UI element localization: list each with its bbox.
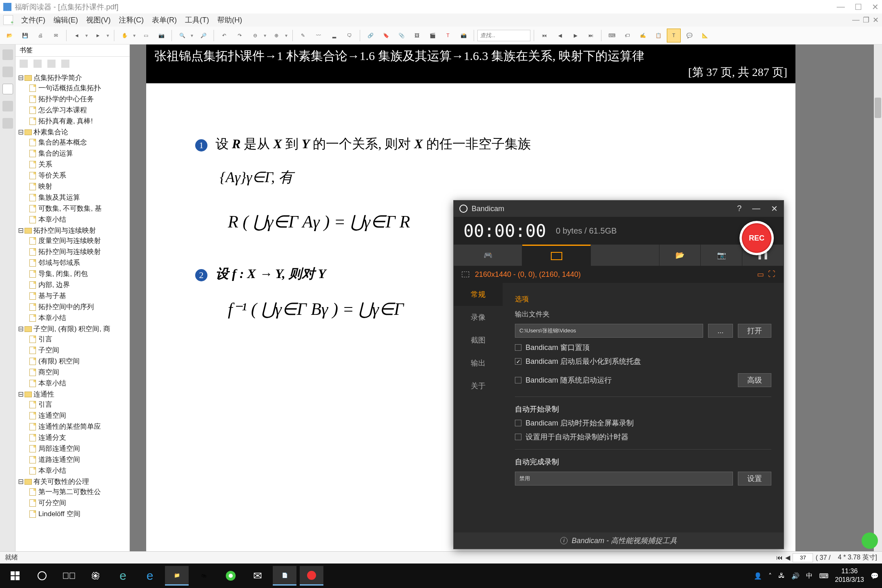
clipboard-icon[interactable] — [2, 49, 13, 60]
form-icon[interactable]: 📋 — [651, 29, 665, 42]
foxit-taskbar-icon[interactable]: 📄 — [273, 566, 296, 586]
measure-icon[interactable]: 📐 — [698, 29, 712, 42]
mode-folder[interactable]: 📂 — [659, 245, 701, 266]
bookmark-item[interactable]: 导集, 闭集, 闭包 — [29, 268, 127, 279]
app-1[interactable]: ֍ — [84, 566, 108, 586]
first-page-icon[interactable]: ⏮ — [537, 29, 551, 42]
select-icon[interactable]: ▭ — [139, 29, 153, 42]
bookmark-item[interactable]: 本章小结 — [29, 214, 127, 225]
target-rect-icon[interactable] — [462, 272, 469, 277]
link-icon[interactable]: 🔗 — [363, 29, 377, 42]
mode-screen[interactable] — [522, 245, 591, 266]
green-badge-icon[interactable] — [862, 532, 878, 549]
prev-page-icon[interactable]: ◀ — [553, 29, 567, 42]
tray-vol-icon[interactable]: 🔊 — [791, 572, 800, 580]
mdi-restore[interactable]: ❐ — [863, 16, 869, 24]
bookmark-item[interactable]: 度量空间与连续映射 — [29, 235, 127, 246]
bookmark-item[interactable]: 连通分支 — [29, 432, 127, 443]
open-icon[interactable]: 📂 — [2, 29, 16, 42]
bandicam-min-icon[interactable]: ― — [752, 204, 760, 214]
hand-icon[interactable]: ✋ — [118, 29, 131, 42]
menu-comment[interactable]: 注释(C) — [119, 15, 144, 25]
bm-add-icon[interactable] — [20, 60, 28, 68]
text-box-icon[interactable]: T — [667, 29, 681, 42]
underline-icon[interactable]: ▂ — [327, 29, 341, 42]
tab-general[interactable]: 常规 — [454, 283, 503, 306]
rotate-right-icon[interactable]: ↷ — [233, 29, 247, 42]
bookmark-item[interactable]: 本章小结 — [29, 465, 127, 476]
layers-icon[interactable] — [2, 101, 13, 111]
tray-ime[interactable]: 中 — [806, 572, 813, 580]
strike-icon[interactable]: 〰 — [312, 29, 325, 42]
edge-icon[interactable]: e — [138, 566, 162, 586]
bookmark-item[interactable]: 集合的运算 — [29, 148, 127, 159]
bookmark-item[interactable]: 拓扑空间与连续映射 — [29, 246, 127, 257]
menu-edit[interactable]: 编辑(E) — [53, 15, 78, 25]
nav-prev-icon[interactable]: ◀ — [785, 554, 790, 561]
attach-icon[interactable]: 📎 — [394, 29, 408, 42]
record-button[interactable]: REC — [739, 221, 774, 255]
bookmark-item[interactable]: 内部, 边界 — [29, 279, 127, 290]
typewriter-icon[interactable]: ⌨ — [605, 29, 619, 42]
nav-next-icon[interactable]: ► — [91, 29, 105, 42]
chk-timer-start[interactable]: 设置用于自动开始录制的计时器 — [515, 432, 771, 442]
bookmark-group[interactable]: ⊟朴素集合论 — [18, 127, 127, 137]
search-input[interactable] — [477, 30, 530, 41]
rotate-left-icon[interactable]: ↶ — [217, 29, 231, 42]
bookmark-item[interactable]: 连通性的某些简单应 — [29, 421, 127, 432]
tab-image[interactable]: 截图 — [454, 329, 503, 352]
tray-keyboard-icon[interactable]: ⌨ — [819, 572, 829, 580]
bookmark-group[interactable]: ⊟子空间, (有限) 积空间, 商 — [18, 324, 127, 334]
save-icon[interactable]: 💾 — [18, 29, 32, 42]
bookmark-item[interactable]: 商空间 — [29, 367, 127, 378]
bookmark-item[interactable]: 本章小结 — [29, 312, 127, 323]
highlight-icon[interactable]: ✎ — [296, 29, 310, 42]
video-icon[interactable]: 🎬 — [425, 29, 439, 42]
bookmark-item[interactable]: 基与子基 — [29, 290, 127, 301]
bm-collapse-icon[interactable] — [61, 60, 69, 68]
menu-form[interactable]: 表单(R) — [152, 15, 177, 25]
explorer-icon[interactable]: 📁 — [165, 566, 189, 586]
bookmark-item[interactable]: 拓扑真有趣, 真棒! — [29, 116, 127, 127]
tab-output[interactable]: 输出 — [454, 352, 503, 374]
nav-prev-icon[interactable]: ◄ — [70, 29, 84, 42]
store-icon[interactable]: 🛍 — [192, 566, 216, 586]
bookmark-item[interactable]: 关系 — [29, 159, 127, 170]
bookmark-item[interactable]: 引言 — [29, 334, 127, 345]
menu-file[interactable]: 文件(F) — [21, 15, 45, 25]
tray-net-icon[interactable]: 🖧 — [778, 572, 785, 579]
bookmark-item[interactable]: 连通空间 — [29, 410, 127, 421]
image-icon[interactable]: 🖼 — [410, 29, 424, 42]
auto-end-input[interactable] — [515, 472, 733, 486]
bookmark-item[interactable]: 可分空间 — [29, 497, 127, 508]
sign-icon[interactable]: ✍ — [636, 29, 650, 42]
ie-icon[interactable]: e — [111, 566, 135, 586]
new-doc-icon[interactable] — [3, 15, 13, 25]
zoom-fit-icon[interactable]: 🔎 — [196, 29, 210, 42]
attachments-icon[interactable] — [2, 118, 13, 129]
bookmark-add-icon[interactable]: 🔖 — [379, 29, 393, 42]
chk-fullscreen-start[interactable]: Bandicam 启动时开始全屏幕录制 — [515, 418, 771, 428]
vertical-scrollbar[interactable] — [874, 45, 882, 551]
bandicam-close-icon[interactable]: ✕ — [771, 204, 778, 214]
mail-icon[interactable]: ✉ — [246, 566, 270, 586]
bookmark-item[interactable]: 引言 — [29, 399, 127, 410]
open-folder-button[interactable]: 打开 — [738, 324, 771, 338]
browse-button[interactable]: ... — [708, 324, 733, 338]
mdi-close[interactable]: ✕ — [873, 16, 879, 24]
mode-game[interactable]: 🎮 — [454, 245, 522, 266]
chrome-icon[interactable] — [219, 566, 243, 586]
target-win-icon[interactable]: ▭ — [757, 270, 764, 279]
bookmark-item[interactable]: 映射 — [29, 181, 127, 192]
bookmark-item[interactable]: 子空间 — [29, 345, 127, 356]
bookmarks-icon[interactable] — [2, 84, 13, 94]
bookmark-item[interactable]: 可数集, 不可数集, 基 — [29, 203, 127, 214]
mdi-min[interactable]: ― — [852, 16, 860, 24]
bookmark-item[interactable]: 邻域与邻域系 — [29, 257, 127, 268]
bookmark-item[interactable]: 拓扑学的中心任务 — [29, 94, 127, 105]
zoom-out-icon[interactable]: ⊖ — [248, 29, 262, 42]
bandicam-taskbar-icon[interactable] — [300, 566, 323, 586]
camera-icon[interactable]: 📸 — [457, 29, 470, 42]
advanced-button[interactable]: 高级 — [738, 373, 771, 387]
bookmark-item[interactable]: 集合的基本概念 — [29, 137, 127, 148]
